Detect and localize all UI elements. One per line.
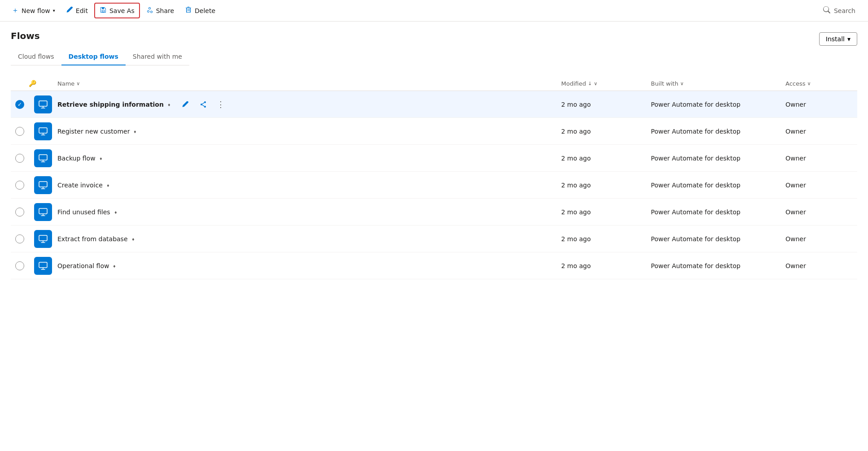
built-with-cell: Power Automate for desktop (651, 128, 785, 135)
svg-line-4 (202, 103, 204, 104)
more-icon: ⋮ (217, 100, 226, 109)
svg-rect-7 (39, 155, 47, 160)
table-body: ✓ Retrieve shipping information ⬧ ⋮ 2 mo… (11, 91, 857, 279)
check-empty (15, 154, 24, 163)
row-more-button[interactable]: ⋮ (214, 97, 228, 112)
modified-cell: 2 mo ago (561, 182, 651, 189)
desktop-flow-icon (34, 95, 52, 113)
key-icon: 🔑 (29, 80, 36, 87)
flow-icon-cell (29, 176, 57, 194)
share-label: Share (156, 7, 174, 14)
tab-cloud-flows[interactable]: Cloud flows (11, 48, 61, 65)
delete-icon (185, 6, 192, 15)
built-with-cell: Power Automate for desktop (651, 262, 785, 269)
check-cell[interactable]: ✓ (11, 100, 29, 109)
new-flow-button[interactable]: ＋ New flow ▾ (7, 3, 60, 18)
svg-rect-0 (39, 101, 47, 106)
tab-shared-with-me[interactable]: Shared with me (126, 48, 189, 65)
access-cell: Owner (785, 155, 857, 162)
flow-icon-cell (29, 149, 57, 167)
table-row[interactable]: Register new customer ⬧2 mo agoPower Aut… (11, 118, 857, 145)
save-as-button[interactable]: Save As (94, 3, 140, 18)
check-empty (15, 208, 24, 217)
check-cell[interactable] (11, 181, 29, 190)
table-row[interactable]: ✓ Retrieve shipping information ⬧ ⋮ 2 mo… (11, 91, 857, 118)
check-empty (15, 127, 24, 136)
search-icon (823, 6, 830, 15)
col-access[interactable]: Access ∨ (785, 80, 857, 87)
access-cell: Owner (785, 235, 857, 243)
access-cell: Owner (785, 182, 857, 189)
row-share-button[interactable] (196, 97, 210, 112)
desktop-flow-icon (34, 257, 52, 275)
premium-icon: ⬧ (133, 128, 137, 134)
desktop-flow-icon (34, 176, 52, 194)
save-as-icon (100, 6, 107, 15)
save-as-label: Save As (109, 7, 135, 14)
tab-desktop-flows[interactable]: Desktop flows (61, 48, 126, 65)
install-button[interactable]: Install ▾ (819, 32, 857, 46)
premium-icon: ⬧ (106, 182, 110, 188)
check-empty (15, 261, 24, 270)
row-edit-button[interactable] (178, 97, 192, 112)
flow-icon-cell (29, 230, 57, 248)
table-row[interactable]: Extract from database ⬧2 mo agoPower Aut… (11, 226, 857, 252)
svg-rect-8 (39, 182, 47, 187)
flow-name-cell: Find unused files ⬧ (57, 208, 561, 216)
delete-button[interactable]: Delete (180, 4, 220, 17)
access-cell: Owner (785, 128, 857, 135)
table-row[interactable]: Operational flow ⬧2 mo agoPower Automate… (11, 252, 857, 279)
desktop-flow-icon (34, 230, 52, 248)
access-cell: Owner (785, 101, 857, 108)
premium-icon: ⬧ (167, 101, 171, 108)
table-row[interactable]: Create invoice ⬧2 mo agoPower Automate f… (11, 172, 857, 199)
share-button[interactable]: Share (142, 4, 179, 17)
premium-icon: ⬧ (131, 235, 135, 242)
check-cell[interactable] (11, 154, 29, 163)
table-row[interactable]: Find unused files ⬧2 mo agoPower Automat… (11, 199, 857, 226)
flow-icon-cell (29, 122, 57, 140)
premium-icon: ⬧ (99, 155, 103, 161)
svg-rect-9 (39, 208, 47, 214)
chevron-down-icon: ▾ (847, 35, 851, 43)
sort-down-icon: ↓ (588, 81, 592, 87)
flow-name: Retrieve shipping information (57, 101, 164, 108)
edit-button[interactable]: Edit (61, 4, 92, 17)
check-cell[interactable] (11, 234, 29, 243)
table-row[interactable]: Backup flow ⬧2 mo agoPower Automate for … (11, 145, 857, 172)
svg-rect-10 (39, 235, 47, 241)
svg-rect-6 (39, 128, 47, 133)
svg-point-1 (201, 104, 202, 105)
col-modified[interactable]: Modified ↓ ∨ (561, 80, 651, 87)
page-content: Flows Cloud flows Desktop flows Shared w… (0, 22, 868, 288)
flow-name: Operational flow (57, 262, 109, 269)
flow-name-cell: Extract from database ⬧ (57, 235, 561, 243)
desktop-flow-icon (34, 149, 52, 167)
svg-point-2 (204, 101, 206, 103)
search-area[interactable]: Search (818, 6, 861, 15)
check-cell[interactable] (11, 208, 29, 217)
built-with-cell: Power Automate for desktop (651, 155, 785, 162)
col-name[interactable]: Name ∨ (57, 80, 561, 87)
col-modified-label: Modified (561, 80, 586, 87)
install-label: Install (826, 35, 845, 43)
check-cell[interactable] (11, 127, 29, 136)
built-with-cell: Power Automate for desktop (651, 182, 785, 189)
page-header: Flows Cloud flows Desktop flows Shared w… (11, 30, 857, 76)
sort-chevron-icon: ∨ (76, 81, 80, 87)
check-cell[interactable] (11, 261, 29, 270)
modified-cell: 2 mo ago (561, 262, 651, 269)
flow-icon-cell (29, 203, 57, 221)
modified-cell: 2 mo ago (561, 155, 651, 162)
access-cell: Owner (785, 262, 857, 269)
check-empty (15, 234, 24, 243)
flow-name-cell: Create invoice ⬧ (57, 182, 561, 189)
flow-name: Backup flow (57, 155, 96, 162)
sort-chevron-icon3: ∨ (680, 81, 684, 87)
share-icon (146, 6, 153, 15)
modified-cell: 2 mo ago (561, 128, 651, 135)
built-with-cell: Power Automate for desktop (651, 235, 785, 243)
col-built-with[interactable]: Built with ∨ (651, 80, 785, 87)
built-with-cell: Power Automate for desktop (651, 101, 785, 108)
col-built-with-label: Built with (651, 80, 678, 87)
